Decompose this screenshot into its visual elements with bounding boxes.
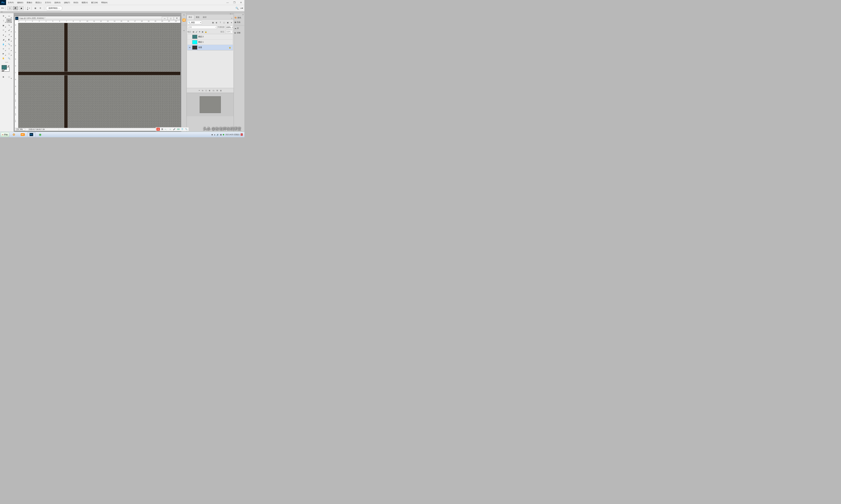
doc-maximize[interactable]: □ (168, 17, 174, 20)
opacity-input[interactable]: 100%▾ (226, 26, 233, 29)
tab-layers[interactable]: 图层 (187, 15, 194, 19)
menu-select[interactable]: 选择(S) (53, 0, 62, 5)
swatches-panel-tab[interactable]: ▦色板 (234, 20, 244, 24)
edit-toolbar[interactable]: ••• (1, 61, 13, 64)
new-selection-icon[interactable]: ◻ (7, 6, 12, 10)
new-layer-icon[interactable]: ⊞ (217, 89, 218, 92)
start-button[interactable]: ●开始 (1, 132, 9, 137)
move-tool[interactable]: ✥ (1, 14, 6, 18)
foreground-color[interactable] (2, 65, 7, 70)
panel-menu-icon[interactable]: ≡ (230, 17, 234, 19)
lock-transparent-icon[interactable]: ▦ (193, 31, 194, 33)
tray-flag-icon[interactable]: 1 (241, 133, 243, 136)
menu-filter[interactable]: 滤镜(T) (62, 0, 72, 5)
pen-tool[interactable]: ✒ (1, 47, 6, 51)
link-layers-icon[interactable]: ⚭ (199, 89, 200, 92)
minimize-button[interactable]: — (224, 0, 231, 5)
restore-button[interactable]: ❐ (231, 0, 238, 5)
menu-help[interactable]: 帮助(H) (100, 0, 109, 5)
panel-collapse-strip[interactable] (0, 12, 244, 13)
color-panel-tab[interactable]: 🎨颜色 (234, 16, 244, 20)
taskbar-app-1[interactable]: ✿ (10, 132, 18, 137)
ruler-vertical[interactable]: 01234567891011121314 (15, 23, 18, 128)
swap-colors-icon[interactable]: ⇄ (8, 65, 10, 67)
status-menu-arrow[interactable]: 〉 (58, 128, 60, 131)
select-and-mask-button[interactable]: 选择并遮住 ... (46, 6, 62, 10)
blur-tool[interactable]: 💧 (1, 42, 6, 47)
layer-fx-icon[interactable]: fx (202, 90, 204, 92)
filter-pixel-icon[interactable]: ▦ (211, 21, 214, 24)
crop-tool[interactable]: ▣ (1, 23, 6, 28)
patch-tool[interactable]: ✂ (1, 28, 6, 32)
add-selection-icon[interactable]: ◩ (13, 6, 18, 10)
document-titlebar[interactable]: Ps 3.jpg @ 126% (背景, RGB/8#) * — □ ✕ (15, 16, 180, 20)
lasso-tool[interactable]: ⌇ (1, 18, 6, 23)
history-brush-tool[interactable]: ↺ (6, 33, 12, 37)
lock-position-icon[interactable]: ✥ (199, 31, 200, 33)
layer-name[interactable]: 图层 1 (198, 41, 204, 43)
ime-punct-icon[interactable]: •， (165, 128, 168, 131)
layer-thumbnail[interactable] (192, 35, 197, 39)
doc-close[interactable]: ✕ (174, 17, 179, 20)
zoom-tool[interactable]: 🔍 (6, 56, 12, 60)
subtract-selection-icon[interactable]: ◪ (19, 6, 23, 10)
eyedropper-tool[interactable]: ✎ (6, 23, 12, 28)
menu-view[interactable]: 视图(V) (80, 0, 89, 5)
visibility-toggle[interactable]: 👁 (188, 47, 191, 49)
screen-mode-icon[interactable]: ▭▾ (240, 7, 243, 9)
adjustment-layer-icon[interactable]: ◐ (209, 89, 210, 92)
tray-icon[interactable]: ▦ (220, 133, 222, 136)
marquee-tool[interactable]: ▭ (6, 14, 12, 18)
layer-thumbnail[interactable] (192, 46, 197, 50)
stamp-tool[interactable]: ▲ (1, 33, 6, 37)
quick-select-tool[interactable]: ✎⁺ (6, 18, 12, 23)
tray-icon[interactable]: ▲ (214, 133, 216, 136)
menu-file[interactable]: 文件(F) (6, 0, 16, 5)
navigator-preview[interactable] (200, 96, 221, 113)
ime-skin-icon[interactable]: 👕 (181, 128, 184, 131)
quickmask-tool[interactable]: ◉ (1, 75, 6, 79)
layer-name[interactable]: 背景 (198, 46, 202, 49)
menu-edit[interactable]: 编辑(E) (16, 0, 25, 5)
blend-mode-select[interactable]: 正常▾ (187, 25, 217, 29)
filter-type-icon[interactable]: T (219, 21, 222, 24)
filter-smart-icon[interactable]: ▣ (226, 21, 229, 24)
search-icon[interactable]: 🔍 (236, 7, 239, 10)
menu-type[interactable]: 文字(Y) (43, 0, 53, 5)
brush-tool[interactable]: 🖌 (6, 28, 12, 32)
path-select-tool[interactable]: ▶ (1, 51, 6, 56)
menu-image[interactable]: 图像(I) (25, 0, 34, 5)
close-button[interactable]: ✕ (238, 0, 244, 5)
doc-minimize[interactable]: — (162, 17, 168, 20)
system-tray[interactable]: ◆ ▲ 🔊 ▦ ⬣ 2021/4/25 星期日 1 (211, 133, 244, 136)
panel-collapse-btn[interactable]: ≫ × (187, 13, 234, 15)
fill-input[interactable]: 100%▾ (226, 30, 233, 33)
canvas[interactable] (18, 23, 180, 128)
collapsed-icon-1[interactable]: 🔀 (182, 18, 186, 22)
zoom-input[interactable] (16, 128, 25, 130)
lock-artboard-icon[interactable]: ▣ (202, 31, 203, 33)
ime-tool-icon[interactable]: 🔧 (185, 128, 188, 131)
shape-tool[interactable]: ▢ (6, 51, 12, 56)
layer-item-background[interactable]: 👁 背景 🔒 (188, 45, 233, 50)
tab-channels[interactable]: 通道 (194, 15, 201, 19)
dodge-tool[interactable]: 🔍 (6, 42, 12, 47)
layer-thumbnail[interactable] (192, 40, 197, 44)
ime-voice-icon[interactable]: 🎤 (173, 128, 176, 131)
tray-icon[interactable]: ⬣ (223, 133, 224, 136)
default-colors-icon[interactable]: ◻◼ (1, 70, 4, 72)
screenmode-tool[interactable]: ▢ (6, 75, 12, 79)
layer-filter-type[interactable]: 🔍类型▾ (187, 21, 202, 24)
filter-shape-icon[interactable]: ▢ (223, 21, 226, 24)
lock-pixels-icon[interactable]: 🖌 (195, 31, 198, 33)
ime-toolbar[interactable]: S 英 •， ☺ 🎤 ⌨ 👕 🔧 (156, 127, 189, 131)
filter-adjust-icon[interactable]: ◐ (215, 21, 218, 24)
layer-mask-icon[interactable]: ◻ (205, 89, 207, 92)
ime-lang[interactable]: 英 (160, 128, 164, 131)
layer-item-1[interactable]: 图层 1 (188, 39, 233, 45)
sample-layers-icon[interactable]: ▦ (33, 6, 37, 10)
hand-tool[interactable]: ✋ (1, 56, 6, 60)
delete-layer-icon[interactable]: 🗑 (220, 90, 222, 92)
brush-size-picker[interactable]: •6 (27, 6, 28, 10)
color-swatches[interactable]: ⇄ ◻◼ (1, 65, 13, 74)
